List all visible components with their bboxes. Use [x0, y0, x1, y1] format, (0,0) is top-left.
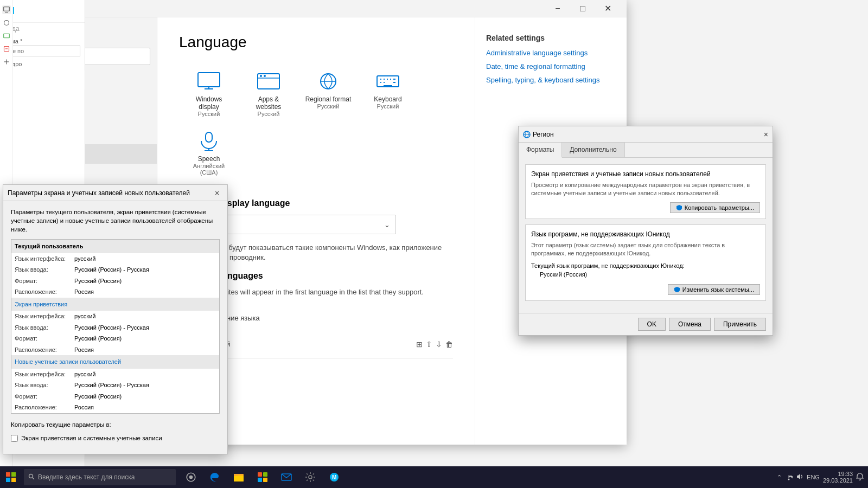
lang-icon-apps-websites[interactable]: Apps & websites Русский [239, 64, 298, 124]
region-tab-formats[interactable]: Форматы [519, 143, 562, 158]
msn-taskbar-icon: M [329, 472, 340, 483]
lang-icon-windows-display[interactable]: Windows display Русский [179, 64, 239, 124]
change-lang-button[interactable]: Изменить язык системы... [668, 284, 760, 295]
browser-icon [256, 70, 282, 92]
section-header-welcome-screen: Экран приветствия [11, 298, 219, 311]
related-settings-title: Related settings [486, 34, 616, 42]
copy-params-btn-label: Копировать параметры... [685, 204, 754, 211]
lang-icon-sublabel-4: Русский [377, 103, 399, 110]
region-body: Экран приветствия и учетные записи новых… [519, 158, 773, 313]
lang-actions: ⊞ ⇧ ⇩ 🗑 [416, 340, 453, 349]
edge-button[interactable] [204, 466, 226, 488]
dialog-params-close-button[interactable]: × [211, 187, 223, 199]
svg-rect-46 [11, 472, 16, 477]
settings-taskbar-button[interactable] [299, 466, 321, 488]
notification-icon[interactable] [856, 473, 864, 481]
checkbox-welcome-screen-input[interactable] [11, 435, 18, 442]
svg-rect-55 [234, 474, 238, 476]
file-explorer-button[interactable] [228, 466, 250, 488]
lang-up-icon[interactable]: ⇧ [426, 340, 432, 349]
dialog-params: Параметры экрана и учетных записей новых… [3, 184, 228, 454]
window-controls: − □ ✕ [545, 0, 620, 17]
lang-down-icon[interactable]: ⇩ [436, 340, 442, 349]
lang-icon-sublabel-1: Русский [198, 111, 220, 117]
msstore-button[interactable] [252, 466, 273, 488]
dialog-region-titlebar: Регион × [519, 126, 773, 143]
svg-rect-59 [263, 478, 267, 482]
dialog-params-titlebar: Параметры экрана и учетных записей новых… [3, 185, 227, 201]
ok-button[interactable]: OK [638, 318, 666, 331]
taskbar-search-text: Введите здесь текст для поиска [38, 473, 135, 481]
admin-lang-settings-link[interactable]: Administrative language settings [486, 49, 616, 57]
strip-icon-1[interactable] [2, 5, 11, 14]
lang-icon-speech[interactable]: Speech Английский (США) [179, 124, 239, 182]
strip-icon-4[interactable] [2, 44, 11, 53]
bg-tema-value[interactable]: Не по [4, 46, 80, 56]
cancel-button[interactable]: Отмена [669, 318, 711, 331]
time-display: 19:33 [823, 471, 853, 477]
strip-icon-plus[interactable] [2, 57, 11, 66]
maximize-button[interactable]: □ [570, 0, 595, 17]
lang-name: Русский [204, 340, 416, 348]
region-section2-title: Язык программ, не поддерживающих Юникод [531, 230, 760, 238]
keyboard-icon [375, 70, 401, 92]
region-tabs: Форматы Дополнительно [519, 143, 773, 158]
spelling-keyboard-link[interactable]: Spelling, typing, & keyboard settings [486, 76, 616, 84]
region-section2-desc: Этот параметр (язык системы) задает язык… [531, 241, 760, 258]
svg-rect-45 [6, 472, 10, 477]
copy-params-button[interactable]: Копировать параметры... [670, 202, 760, 213]
taskbar-search[interactable]: Введите здесь текст для поиска [24, 469, 176, 485]
dialog-region: Регион × Форматы Дополнительно Экран при… [518, 126, 773, 336]
lang-icon-regional-format[interactable]: Regional format Русский [298, 64, 358, 124]
taskview-button[interactable] [180, 466, 202, 488]
svg-point-27 [264, 75, 266, 77]
lang-icon-keyboard[interactable]: Keyboard Русский [358, 64, 418, 124]
row-format-2: Формат: Русский (Россия) [11, 333, 219, 344]
svg-point-26 [260, 75, 262, 77]
close-button[interactable]: ✕ [595, 0, 620, 17]
lang-icon-label-4: Keyboard [374, 95, 401, 103]
taskbar-search-icon [28, 473, 35, 481]
volume-icon[interactable] [796, 473, 803, 481]
taskbar: Введите здесь текст для поиска [0, 466, 868, 488]
lang-delete-icon[interactable]: 🗑 [445, 340, 453, 349]
bg-tema-label: Тема * [4, 38, 80, 44]
row-format-3: Формат: Русский (Россия) [11, 391, 219, 402]
row-interface-lang-1: Язык интерфейса: русский [11, 253, 219, 265]
apply-button[interactable]: Применить [714, 318, 766, 331]
mail-button[interactable] [276, 466, 297, 488]
start-button[interactable] [0, 466, 22, 488]
windows-logo-icon [6, 472, 16, 482]
row-input-lang-2: Язык ввода: Русский (Россия) - Русская [11, 322, 219, 333]
region-tab-advanced[interactable]: Дополнительно [562, 143, 624, 157]
msn-taskbar-button[interactable]: M [323, 466, 345, 488]
lang-icon-label-2: Apps & websites [245, 95, 292, 111]
region-dialog-icon [523, 131, 531, 138]
strip-icon-2[interactable] [2, 18, 11, 27]
region-section1-desc: Просмотр и копирование международных пар… [531, 181, 760, 198]
date-display: 29.03.2021 [823, 477, 853, 484]
dialog-region-close-button[interactable]: × [764, 130, 768, 139]
row-location-3: Расположение: Россия [11, 402, 219, 413]
copy-label: Копировать текущие параметры в: [11, 420, 220, 429]
change-lang-btn-label: Изменить язык системы... [682, 286, 754, 293]
date-time-formatting-link[interactable]: Date, time & regional formatting [486, 62, 616, 70]
section-header-current-user: Текущий пользователь [11, 240, 219, 253]
lang-icon-label-5: Speech [198, 155, 220, 163]
copy-section: Копировать текущие параметры в: Экран пр… [11, 420, 220, 444]
lang-indicator[interactable]: ENG [807, 474, 820, 480]
monitor-icon [196, 70, 222, 92]
strip-icon-3[interactable] [2, 31, 11, 40]
lang-icon-label-1: Windows display [186, 95, 232, 111]
settings-titlebar: Settings − □ ✕ [0, 0, 627, 17]
lang-icon-label-3: Regional format [305, 95, 352, 103]
mic2-icon [196, 130, 222, 152]
dialog-region-title: Регион [533, 131, 764, 138]
lang-options-icon[interactable]: ⊞ [416, 340, 423, 349]
minimize-button[interactable]: − [545, 0, 570, 17]
region-section1-title: Экран приветствия и учетные записи новых… [531, 170, 760, 178]
tray-expand-icon[interactable]: ⌃ [777, 474, 782, 481]
mail-icon [281, 472, 292, 483]
globe2-icon [315, 70, 341, 92]
row-location-1: Расположение: Россия [11, 286, 219, 298]
